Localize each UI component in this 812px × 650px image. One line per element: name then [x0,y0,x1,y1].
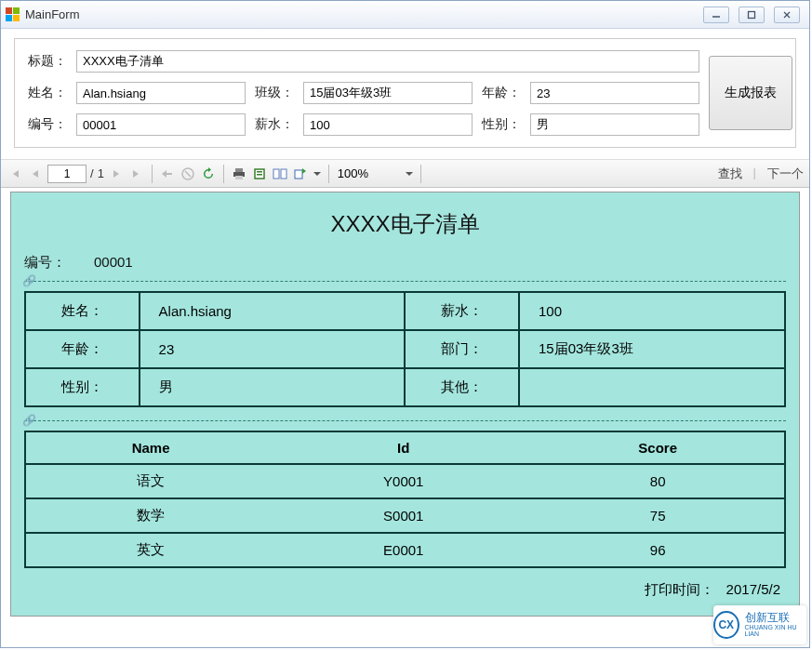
zoom-dropdown-icon[interactable] [405,166,414,182]
info-other-value [519,368,785,406]
link-icon: 🔗 [22,414,36,427]
info-gender-label: 性别： [25,368,140,406]
watermark-text: 创新互联 CHUANG XIN HU LIAN [745,612,806,637]
minimize-button[interactable] [703,7,729,23]
svg-rect-6 [235,168,243,172]
prev-page-icon[interactable] [27,166,44,182]
age-input[interactable] [530,82,699,104]
next-page-icon[interactable] [108,166,125,182]
toolbar-separator [328,165,329,183]
toolbar-separator [152,165,153,183]
find-link[interactable]: 查找 [718,166,742,182]
name-input[interactable] [76,82,246,104]
toolbar-separator [223,165,224,183]
info-age-value: 23 [140,330,406,368]
label-age: 年龄： [482,85,521,101]
watermark-circle: CX [713,611,739,639]
report-title: XXXX电子清单 [24,209,786,239]
report-viewer[interactable]: XXXX电子清单 编号： 00001 🔗 姓名： Alan.hsiang 薪水：… [1,188,809,647]
id-input[interactable] [76,113,246,136]
report-id-label: 编号： [24,254,66,272]
info-age-label: 年龄： [25,330,140,368]
scores-cell: 80 [531,464,785,498]
scores-cell: Y0001 [275,464,531,498]
toolbar-pipe: | [753,166,756,182]
report-id-value: 00001 [94,254,133,272]
scores-cell: 英文 [25,533,275,567]
link-icon: 🔗 [22,274,36,287]
gender-input[interactable] [530,113,699,136]
next-link[interactable]: 下一个 [767,166,804,182]
label-class: 班级： [255,85,294,101]
table-row: 语文 Y0001 80 [25,464,785,498]
scores-cell: 语文 [25,464,275,498]
close-icon [782,10,792,20]
scores-cell: 数学 [25,498,275,533]
main-window: MainForm 标题： 生成报表 姓名： 班级： 年龄： 编号： [0,0,810,648]
toolbar-right: 查找 | 下一个 [718,166,804,182]
scores-cell: S0001 [275,498,531,533]
last-page-icon[interactable] [128,166,145,182]
watermark-logo: CX 创新互联 CHUANG XIN HU LIAN [713,605,806,644]
window-buttons [703,7,800,23]
print-icon[interactable] [231,166,247,182]
scores-cell: E0001 [275,533,531,567]
info-dept-value: 15届03年级3班 [519,330,785,368]
label-salary: 薪水： [255,116,294,133]
report-page: XXXX电子清单 编号： 00001 🔗 姓名： Alan.hsiang 薪水：… [10,192,800,617]
title-input[interactable] [76,50,699,73]
svg-rect-13 [281,169,286,179]
first-page-icon[interactable] [7,166,23,182]
window-title: MainForm [25,7,703,21]
info-salary-label: 薪水： [405,292,519,330]
label-name: 姓名： [28,85,67,101]
page-setup-icon[interactable] [272,166,288,182]
export-icon[interactable] [292,166,309,182]
maximize-button[interactable] [739,7,765,23]
print-time: 打印时间： 2017/5/2 [24,581,786,599]
zoom-select[interactable] [336,166,401,181]
scores-cell: 75 [531,498,785,533]
table-row: 英文 E0001 96 [25,533,785,567]
info-name-value: Alan.hsiang [140,292,406,330]
label-title: 标题： [28,53,67,70]
page-separator: / [90,166,94,180]
info-dept-label: 部门： [405,330,519,368]
info-salary-value: 100 [519,292,785,330]
scores-table: Name Id Score 语文 Y0001 80 数学 S0001 75 英文… [24,431,786,568]
refresh-icon[interactable] [200,166,217,182]
app-icon [5,7,20,22]
generate-report-button[interactable]: 生成报表 [709,56,792,130]
svg-rect-10 [257,171,262,173]
page-current-input[interactable] [47,165,87,183]
watermark-cn: 创新互联 [745,612,806,624]
page-total: 1 [98,166,104,180]
section-divider: 🔗 [24,420,786,421]
print-time-label: 打印时间： [645,581,714,597]
scores-cell: 96 [531,533,785,567]
svg-rect-1 [749,11,755,18]
back-icon[interactable] [159,166,176,182]
minimize-icon [712,10,721,20]
print-layout-icon[interactable] [251,166,268,182]
section-divider: 🔗 [24,281,786,282]
scores-header-score: Score [531,431,785,464]
maximize-icon [747,10,756,20]
svg-rect-11 [257,174,262,176]
info-other-label: 其他： [405,368,519,406]
form-grid: 标题： 生成报表 姓名： 班级： 年龄： 编号： 薪水： 性别： [14,38,796,148]
report-toolbar: / 1 [1,160,809,188]
scores-header-id: Id [275,431,531,464]
dropdown-icon[interactable] [313,166,322,182]
print-time-value: 2017/5/2 [726,581,780,597]
stop-icon[interactable] [180,166,196,182]
report-head-row: 编号： 00001 [24,254,786,272]
salary-input[interactable] [303,113,473,136]
form-panel: 标题： 生成报表 姓名： 班级： 年龄： 编号： 薪水： 性别： [1,29,809,160]
close-button[interactable] [774,7,800,23]
scores-header-name: Name [25,431,275,464]
label-gender: 性别： [482,116,521,133]
svg-rect-8 [235,176,243,179]
svg-rect-12 [273,169,279,179]
class-input[interactable] [303,82,473,104]
